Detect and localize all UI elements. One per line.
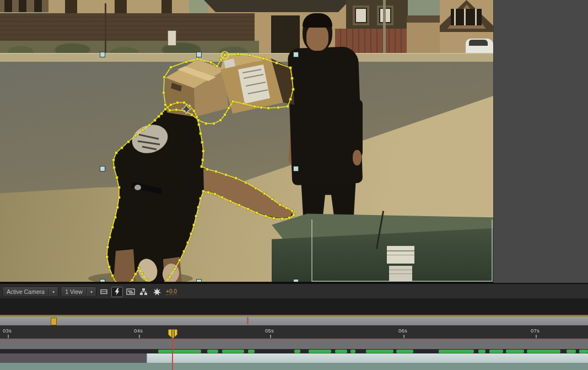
keyframe-span[interactable] (335, 350, 347, 353)
mask-vertex[interactable] (220, 58, 222, 61)
mask-vertex[interactable] (285, 207, 288, 209)
mask-vertex[interactable] (206, 168, 208, 170)
mask-vertex[interactable] (263, 192, 266, 195)
red-marker[interactable] (247, 317, 249, 324)
fast-previews-button[interactable] (111, 287, 123, 297)
mask-vertex[interactable] (260, 106, 262, 109)
keyframe-span[interactable] (158, 350, 201, 353)
mask-vertex[interactable] (202, 159, 204, 161)
mask-vertex[interactable] (195, 215, 197, 217)
mask-vertex[interactable] (207, 191, 209, 194)
mask-vertex[interactable] (164, 108, 166, 110)
mask-vertex[interactable] (228, 107, 230, 109)
mask-vertex[interactable] (142, 129, 144, 131)
mask-vertex[interactable] (235, 177, 237, 179)
mask-vertex[interactable] (271, 198, 273, 200)
selection-handle[interactable] (100, 167, 105, 171)
mask-vertex[interactable] (288, 217, 290, 219)
mask-vertex[interactable] (199, 132, 202, 135)
keyframe-span[interactable] (489, 350, 503, 353)
mask-vertex[interactable] (210, 61, 212, 63)
mask-vertex[interactable] (215, 170, 217, 173)
mask-vertex[interactable] (213, 122, 215, 125)
keyframe-span[interactable] (567, 350, 576, 353)
mask-vertex[interactable] (183, 250, 185, 253)
mask-vertex[interactable] (176, 101, 179, 104)
mask-vertex[interactable] (115, 152, 117, 154)
mask-vertex[interactable] (116, 206, 118, 208)
mask-vertex[interactable] (131, 279, 133, 281)
mask-vertex[interactable] (198, 124, 200, 126)
keyframe-span[interactable] (478, 350, 485, 353)
mask-vertex[interactable] (277, 106, 279, 109)
mask-vertex[interactable] (256, 212, 258, 214)
mask-vertex[interactable] (196, 116, 198, 118)
mask-vertex[interactable] (111, 275, 114, 277)
exposure-value[interactable]: +0.0 (166, 288, 177, 295)
timeline-button[interactable] (125, 287, 136, 297)
mask-vertex[interactable] (187, 242, 189, 244)
mask-vertex[interactable] (118, 196, 120, 199)
mask-vertex[interactable] (134, 135, 137, 137)
mask-vertex[interactable] (113, 167, 115, 169)
mask-vertex[interactable] (292, 88, 294, 90)
selection-handle[interactable] (197, 280, 202, 282)
mask-vertex[interactable] (293, 214, 295, 216)
mask-vertex[interactable] (287, 105, 289, 108)
navigator-marker[interactable] (51, 318, 57, 325)
mask-vertex[interactable] (190, 233, 192, 235)
mask-vertex[interactable] (170, 66, 172, 68)
keyframe-span[interactable] (207, 350, 218, 353)
mask-vertex[interactable] (201, 165, 203, 168)
mask-vertex[interactable] (224, 54, 226, 56)
mask-vertex[interactable] (111, 226, 114, 228)
keyframe-span[interactable] (396, 350, 413, 353)
mask-vertex[interactable] (255, 187, 257, 189)
time-ruler[interactable]: 03s04s05s06s07s (0, 325, 588, 339)
mask-vertex[interactable] (115, 281, 117, 282)
mask-vertex[interactable] (134, 273, 137, 275)
keyframe-span[interactable] (366, 350, 393, 353)
mask-vertex[interactable] (232, 100, 234, 103)
mask-vertex[interactable] (216, 65, 218, 67)
layer-duration-bar[interactable] (147, 353, 588, 363)
mask-vertex[interactable] (289, 67, 292, 69)
mask-vertex[interactable] (188, 105, 191, 107)
mask-vertex[interactable] (127, 141, 130, 143)
mask-vertex[interactable] (245, 181, 247, 184)
mask-vertex[interactable] (145, 279, 148, 281)
mask-vertex[interactable] (165, 281, 167, 282)
mask-vertex[interactable] (158, 115, 160, 117)
mask-vertex[interactable] (229, 200, 231, 202)
camera-view-dropdown[interactable]: Active Camera ▼ (2, 287, 58, 297)
mask-vertex[interactable] (164, 104, 166, 106)
mask-vertex[interactable] (114, 216, 116, 218)
mask-vertex[interactable] (214, 193, 216, 195)
selection-handle[interactable] (294, 167, 299, 171)
lower-layer-bar[interactable] (0, 363, 588, 370)
keyframe-span[interactable] (294, 350, 300, 353)
mask-vertex[interactable] (108, 266, 110, 268)
mask-vertex[interactable] (205, 122, 207, 125)
mask-vertex[interactable] (138, 267, 140, 269)
mask-vertex[interactable] (196, 58, 198, 60)
selection-handle[interactable] (294, 280, 299, 282)
mask-vertex[interactable] (202, 190, 204, 192)
selection-handle[interactable] (197, 52, 202, 57)
keyframe-span[interactable] (350, 350, 355, 353)
mask-vertex[interactable] (279, 203, 281, 206)
mask-vertex[interactable] (262, 57, 265, 60)
mask-vertex[interactable] (202, 150, 204, 152)
mask-vertex[interactable] (170, 104, 172, 106)
selection-handle[interactable] (100, 52, 105, 57)
mask-vertex[interactable] (197, 119, 199, 121)
mask-vertex[interactable] (118, 186, 120, 189)
pixel-aspect-ratio-button[interactable] (98, 287, 110, 297)
mask-vertex[interactable] (273, 217, 275, 219)
timeline-navigator-bar[interactable] (0, 317, 588, 326)
reset-exposure-button[interactable] (151, 287, 163, 297)
mask-vertex[interactable] (154, 119, 156, 121)
mask-vertex[interactable] (265, 215, 267, 217)
mask-vertex[interactable] (291, 210, 293, 212)
mask-vertex[interactable] (121, 147, 123, 149)
